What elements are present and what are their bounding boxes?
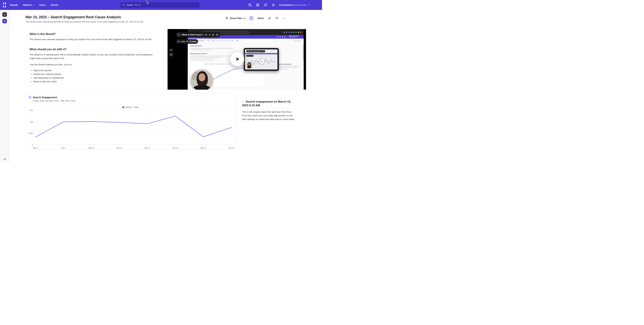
- views-icon: [186, 40, 188, 43]
- svg-text:15K: 15K: [30, 109, 33, 111]
- svg-text:Mar 13: Mar 13: [172, 147, 178, 149]
- rec-project-scope: All Project Data: [289, 36, 299, 38]
- pip-title-pill: What is Root Cause Analysis?: [246, 50, 265, 52]
- pip-video-title: What is Root Cause Analysis?: [248, 51, 261, 52]
- skeleton-line: [190, 57, 221, 58]
- pip-presenter-bubble: [246, 62, 252, 68]
- rec-date-preset: Yesterday: [211, 40, 215, 41]
- annotation-body: This is the original report the alert wa…: [242, 110, 298, 121]
- discover-button[interactable]: [2, 12, 7, 17]
- svg-text:0: 0: [32, 144, 33, 146]
- rec-heading: What should you do with it?: [190, 53, 233, 54]
- svg-text:Mar 14: Mar 14: [200, 147, 206, 149]
- svg-text:Mar 9: Mar 9: [61, 147, 66, 149]
- nav-item-users[interactable]: Users: [39, 4, 46, 6]
- video-views: 19 views: [190, 41, 196, 42]
- skeleton-line: [190, 49, 210, 50]
- nav-item-label: Boards: [10, 4, 18, 6]
- svg-text:Mar 12: Mar 12: [144, 147, 150, 149]
- report-annotation: ← Search engagement on March 15, 2023 8:…: [242, 100, 298, 121]
- rec-date-presets: TodayYesterday7D30D3M6M12MDefault: [207, 40, 234, 41]
- skeleton-line: [190, 56, 233, 56]
- skeleton-line: [190, 48, 232, 49]
- chart-legend: Search - Total: [26, 106, 235, 108]
- report-subtitle: Linear, total, Mar 8th, 2020 - Mar 15th,…: [33, 99, 232, 102]
- link-icon[interactable]: [212, 33, 214, 36]
- copy-link-button[interactable]: [268, 17, 271, 20]
- intro-section: What is this Board? This Board uses rele…: [30, 29, 322, 93]
- play-icon: [235, 56, 240, 62]
- rec-filter-label: Filter: [236, 40, 238, 41]
- pip-play-button[interactable]: [260, 59, 264, 64]
- legend-swatch: [122, 106, 124, 108]
- grid-icon: [256, 3, 259, 6]
- mouse-cursor: [146, 0, 150, 5]
- doc-bullet: Share it with your team: [33, 80, 155, 83]
- pip-duration: 18 sec: [247, 55, 250, 56]
- plus-icon: [3, 20, 6, 22]
- project-name: E-Commerce: [280, 4, 293, 6]
- link-icon: [268, 17, 271, 20]
- rec-date-preset: Default: [230, 40, 234, 41]
- report-section: Search Engagement Linear, total, Mar 8th…: [26, 93, 322, 150]
- doc-paragraph: This Board is a starting point. We've au…: [30, 53, 155, 60]
- pip-title-icons: [262, 51, 264, 51]
- legend-label: Search - Total: [125, 106, 138, 108]
- doc-paragraph: Use this Board however you like, such as…: [30, 63, 155, 66]
- show-filter-label: Show Filter • 1: [230, 17, 246, 19]
- video-play-button[interactable]: [230, 52, 244, 66]
- board-actions: Show Filter • 1 CM Share: [225, 16, 286, 20]
- avatar[interactable]: CM: [250, 16, 254, 20]
- chevron-down-icon: [308, 4, 310, 6]
- video-actions-pill: 0: [203, 32, 220, 37]
- create-button[interactable]: [2, 19, 7, 23]
- help-button[interactable]: [264, 3, 267, 7]
- data-management-button[interactable]: [248, 3, 252, 7]
- clock-icon: [178, 40, 180, 43]
- search-input[interactable]: Search ⌘ + K: [120, 2, 200, 8]
- report-title: Search Engagement: [33, 96, 57, 99]
- doc-bullet: Add takeaways or hypotheses: [33, 76, 155, 79]
- heart-icon: [275, 16, 278, 20]
- comment-count: 0: [209, 34, 210, 36]
- board-description: What is this Board? This Board uses rele…: [30, 32, 155, 84]
- rec-date-preset: 7D: [216, 40, 218, 41]
- share-button[interactable]: Share: [258, 17, 264, 19]
- video-player[interactable]: Mixpanel (project 3) All Project Data Ma…: [168, 29, 306, 90]
- database-gear-icon: [248, 3, 252, 7]
- expand-sidebar-icon: [3, 158, 6, 160]
- apps-grid-button[interactable]: [256, 3, 259, 6]
- doc-heading: What should you do with it?: [30, 48, 155, 51]
- rec-project-name: Mixpanel (project 3): [289, 35, 299, 36]
- ellipsis-icon: [282, 17, 286, 20]
- presenter-webcam-bubble: [191, 69, 212, 90]
- project-switcher[interactable]: E-Commerce All Project Data: [280, 3, 310, 6]
- show-filter-button[interactable]: Show Filter • 1: [225, 17, 246, 20]
- settings-button[interactable]: [272, 3, 275, 7]
- doc-heading: What is this Board?: [30, 32, 155, 35]
- rec-nav-icons: [277, 36, 285, 37]
- open-external-icon[interactable]: [216, 33, 218, 36]
- nav-item-reports[interactable]: Reports: [23, 4, 34, 6]
- svg-text:5,000: 5,000: [28, 132, 33, 134]
- doc-bullet: Delete less relevant reports: [33, 73, 155, 75]
- mixpanel-logo[interactable]: [3, 3, 6, 7]
- nav-menu: Boards Reports Users Events: [10, 4, 58, 6]
- svg-text:10K: 10K: [30, 121, 33, 123]
- board-header: Mar 15, 2023 – Search Engagement Root Ca…: [10, 10, 322, 23]
- expand-sidebar-button[interactable]: [0, 155, 9, 162]
- presenter-face: [199, 73, 205, 81]
- nav-item-boards[interactable]: Boards: [10, 4, 18, 6]
- video-pip-tablet: What is Root Cause Analysis? 18 sec 1 vi…: [244, 48, 279, 71]
- report-card[interactable]: Search Engagement Linear, total, Mar 8th…: [26, 93, 235, 150]
- nav-item-label: Events: [51, 4, 58, 6]
- main-content: Mar 15, 2023 – Search Engagement Root Ca…: [10, 10, 322, 162]
- comment-icon[interactable]: [205, 33, 208, 36]
- nav-item-events[interactable]: Events: [51, 4, 58, 6]
- favorite-button[interactable]: [275, 16, 278, 20]
- rec-date-preset: 6M: [224, 40, 226, 41]
- rec-save-to-board: Save to Board: [292, 40, 302, 42]
- more-actions-button[interactable]: [282, 17, 286, 20]
- skeleton-line: [190, 59, 214, 60]
- presenter-shoulders: [192, 85, 211, 90]
